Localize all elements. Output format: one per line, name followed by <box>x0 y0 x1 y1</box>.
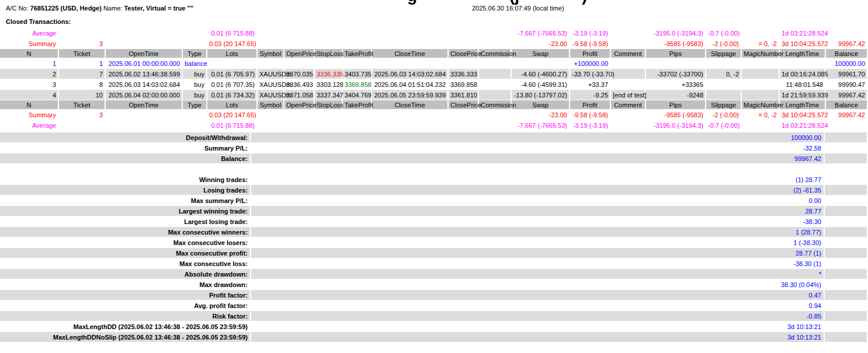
cell-closetime: 2025.06.05 23:59:59.939 <box>372 90 449 100</box>
cell-magicnumber <box>742 58 780 69</box>
cell-slippage: 0, -2 <box>706 69 742 79</box>
stat-label: Max consecutive profit: <box>0 248 251 258</box>
cell-comment <box>611 79 646 90</box>
cell-ticket: 3 <box>59 110 106 120</box>
cell-stoploss <box>315 39 343 49</box>
stat-row: Largest winning trade:28.77 <box>0 206 868 216</box>
cell-n: Average <box>0 120 59 131</box>
stat-label: Losing trades: <box>0 185 251 195</box>
cell-profit: +33.37 <box>570 79 611 90</box>
stat-label: Avg. profit factor: <box>0 300 251 311</box>
closed-row-summary: Summary30.03 (20 147.65)-23.00-9.58 (-9.… <box>0 39 868 49</box>
cell-pips: +33365 <box>646 79 706 90</box>
cell-lengthtime: 1d 21:59:59.939 <box>780 90 826 100</box>
cell-magicnumber <box>742 28 780 39</box>
stat-value: -38.30 (1) <box>251 258 825 269</box>
column-header-takeprofit: TakeProfit <box>343 100 372 110</box>
stat-spacer <box>825 311 868 321</box>
cell-takeprofit <box>343 110 372 120</box>
cell-lengthtime: 1d 03:21:28.524 <box>780 28 826 39</box>
stat-value: 1 (28.77) <box>251 227 825 237</box>
cell-ticket: 7 <box>59 69 106 79</box>
balance-value: 100000.00 <box>251 132 825 143</box>
closed-row-header: NTicketOpenTimeTypeLotsSymbolOpenPriceSt… <box>0 100 868 110</box>
cell-closeprice <box>449 120 479 131</box>
cell-swap: -4.60 (-4599.31) <box>512 79 570 90</box>
cell-commission <box>479 110 512 120</box>
cell-lots: 0.01 (6 715.88) <box>207 120 258 131</box>
cell-opentime <box>106 120 183 131</box>
cell-closetime <box>372 39 449 49</box>
cell-takeprofit <box>343 39 372 49</box>
balance-spacer <box>825 143 868 153</box>
stat-row: Max consecutive winners:1 (28.77) <box>0 227 868 237</box>
cell-symbol: XAUUSDm <box>258 79 284 90</box>
cell-symbol <box>258 120 284 131</box>
stat-value: 28.77 <box>251 206 825 216</box>
cell-balance <box>826 120 868 131</box>
stat-value: 1 (-38.30) <box>251 237 825 248</box>
stat-spacer <box>825 269 868 279</box>
statistics-table: Winning trades:(1) 28.77Losing trades:(2… <box>0 174 868 342</box>
cell-swap: -7.667 (-7665.53) <box>512 28 570 39</box>
stat-spacer <box>825 227 868 237</box>
cell-opentime: 2025.06.01 00:00:00.000 <box>106 58 183 69</box>
stat-value: * <box>251 269 825 279</box>
stat-row: MaxLengthDD (2025.06.02 13:46:38 - 2025.… <box>0 321 868 332</box>
column-header-n: N <box>0 49 59 58</box>
balance-row: Summary P/L:-32.58 <box>0 143 868 153</box>
column-header-symbol: Symbol <box>258 100 284 110</box>
cell-slippage: -2 (-0.00) <box>706 39 742 49</box>
closed-transactions-heading: Closed Transactions: <box>6 18 71 25</box>
cell-slippage: -0.7 (-0.00) <box>706 28 742 39</box>
cell-commission <box>479 58 512 69</box>
account-info-line: A/C No: 76851225 (USD, Hedge) Name: Test… <box>6 5 193 12</box>
column-header-pips: Pips <box>646 100 706 110</box>
cell-comment <box>611 58 646 69</box>
stat-label: Largest losing trade: <box>0 216 251 227</box>
column-header-lengthtime: LengthTime <box>780 100 826 110</box>
stat-value: (1) 28.77 <box>251 174 825 185</box>
cell-lots <box>207 58 258 69</box>
cell-type: buy <box>183 79 207 90</box>
cell-stoploss <box>315 110 343 120</box>
column-header-openprice: OpenPrice <box>284 100 315 110</box>
closed-transactions-table: Average0.01 (6 715.88)-7.667 (-7665.53)-… <box>0 28 868 131</box>
cell-comment <box>611 120 646 131</box>
stat-row: Profit factor:0.47 <box>0 290 868 300</box>
cell-openprice <box>284 120 315 131</box>
column-header-stoploss: StopLoss <box>315 100 343 110</box>
cell-magicnumber <box>742 120 780 131</box>
cell-type: balance <box>183 58 207 69</box>
cell-balance: 99967.42 <box>826 110 868 120</box>
statistics-section: Winning trades:(1) 28.77Losing trades:(2… <box>0 174 868 342</box>
report-title-fragment: (j <box>509 0 519 5</box>
cell-magicnumber: = 0, -2 <box>742 110 780 120</box>
cell-symbol: XAUUSDm <box>258 90 284 100</box>
cell-swap: -4.60 (-4600.27) <box>512 69 570 79</box>
cell-closetime <box>372 120 449 131</box>
account-number-value: 76851225 (USD, Hedge) <box>30 5 102 12</box>
balance-row: Balance:99967.42 <box>0 153 868 164</box>
column-header-comment: Comment <box>611 100 646 110</box>
stat-label: Largest winning trade: <box>0 206 251 216</box>
stat-spacer <box>825 258 868 269</box>
stat-label: MaxLengthDDNoSlip (2025.06.02 13:46:38 -… <box>0 332 251 342</box>
stat-row: Absolute drawdown:* <box>0 269 868 279</box>
stat-value: -38.30 <box>251 216 825 227</box>
stat-label: Max consecutive loss: <box>0 258 251 269</box>
cell-ticket: 10 <box>59 90 106 100</box>
column-header-comment: Comment <box>611 49 646 58</box>
cell-comment <box>611 69 646 79</box>
cell-closeprice: 3336.333 <box>449 69 479 79</box>
cell-lengthtime <box>780 58 826 69</box>
cell-comment <box>611 110 646 120</box>
cell-n: 3 <box>0 79 59 90</box>
cell-commission <box>479 28 512 39</box>
stat-value: 0.47 <box>251 290 825 300</box>
stat-label: Risk factor: <box>0 311 251 321</box>
column-header-lots: Lots <box>207 49 258 58</box>
cell-profit: -9.25 <box>570 90 611 100</box>
stat-spacer <box>825 185 868 195</box>
cell-pips <box>646 58 706 69</box>
